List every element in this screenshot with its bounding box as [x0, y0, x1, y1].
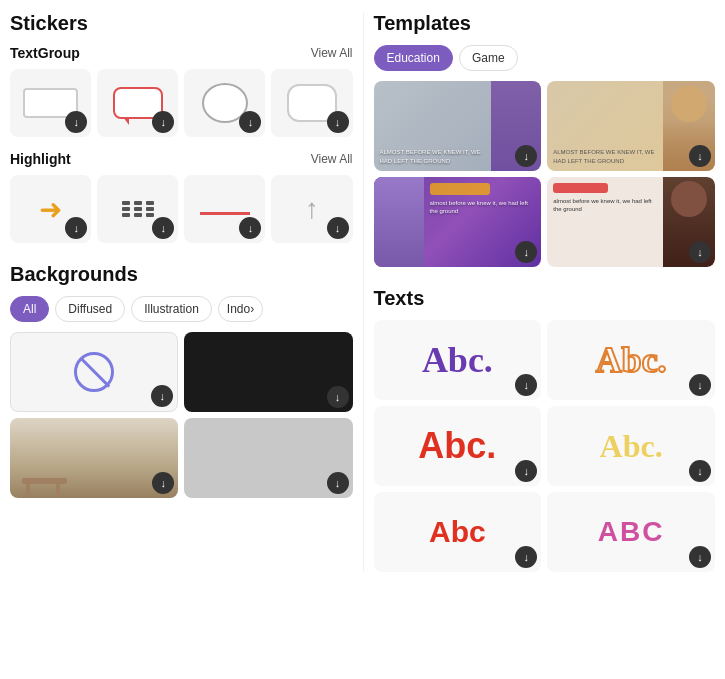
- text-item-orange-outline[interactable]: Abc. ↓: [547, 320, 715, 400]
- text-abc-yellow-outline: Abc.: [600, 428, 663, 465]
- bg-item-blank[interactable]: ↓: [10, 332, 178, 412]
- download-badge[interactable]: ↓: [515, 374, 537, 396]
- highlight-header: Highlight View All: [10, 151, 353, 167]
- download-badge[interactable]: ↓: [151, 385, 173, 407]
- backgrounds-grid: ↓ ↓ ↓ ↓: [10, 332, 353, 498]
- template-item-4[interactable]: almost before we knew it, we had left th…: [547, 177, 715, 267]
- right-column: Templates Education Game ALMOST BEFORE W…: [363, 12, 716, 572]
- textgroup-header: TextGroup View All: [10, 45, 353, 61]
- sticker-dots[interactable]: ↓: [97, 175, 178, 243]
- textgroup-grid: ↓ ↓ ↓ ↓: [10, 69, 353, 137]
- arrow-up-visual: ↑: [305, 193, 319, 225]
- text-item-red-partial[interactable]: Abc ↓: [374, 492, 542, 572]
- download-badge[interactable]: ↓: [239, 111, 261, 133]
- sticker-text-rect[interactable]: ↓: [10, 69, 91, 137]
- left-column: Stickers TextGroup View All ↓ ↓ ↓: [10, 12, 363, 572]
- download-badge[interactable]: ↓: [327, 472, 349, 494]
- template-1-text: ALMOST BEFORE WE KNEW IT, WE HAD LEFT TH…: [380, 148, 486, 165]
- highlight-label: Highlight: [10, 151, 71, 167]
- template-2-text: ALMOST BEFORE WE KNEW IT, WE HAD LEFT TH…: [553, 148, 657, 165]
- main-container: Stickers TextGroup View All ↓ ↓ ↓: [0, 0, 725, 584]
- text-item-red-bold[interactable]: Abc. ↓: [374, 406, 542, 486]
- filter-illustration[interactable]: Illustration: [131, 296, 212, 322]
- sticker-speech-red[interactable]: ↓: [97, 69, 178, 137]
- filter-game[interactable]: Game: [459, 45, 518, 71]
- templates-filters: Education Game: [374, 45, 716, 71]
- download-badge[interactable]: ↓: [65, 111, 87, 133]
- stickers-section: Stickers TextGroup View All ↓ ↓ ↓: [10, 12, 353, 243]
- texts-grid: Abc. ↓ Abc. ↓ Abc. ↓ Abc. ↓ Abc ↓: [374, 320, 716, 572]
- download-badge[interactable]: ↓: [689, 460, 711, 482]
- download-badge[interactable]: ↓: [689, 241, 711, 263]
- texts-title: Texts: [374, 287, 716, 310]
- download-badge[interactable]: ↓: [689, 546, 711, 568]
- text-abc-red: Abc.: [418, 425, 496, 467]
- highlight-grid: ➜ ↓ ↓: [10, 175, 353, 243]
- download-badge[interactable]: ↓: [152, 472, 174, 494]
- sticker-underline[interactable]: ↓: [184, 175, 265, 243]
- sticker-arrow-up[interactable]: ↑ ↓: [271, 175, 352, 243]
- backgrounds-section: Backgrounds All Diffused Illustration In…: [10, 263, 353, 498]
- textgroup-view-all[interactable]: View All: [311, 46, 353, 60]
- texts-section: Texts Abc. ↓ Abc. ↓ Abc. ↓ Abc. ↓: [374, 287, 716, 572]
- room-leg2: [56, 482, 60, 496]
- filter-all[interactable]: All: [10, 296, 49, 322]
- download-badge[interactable]: ↓: [152, 217, 174, 239]
- download-badge[interactable]: ↓: [515, 460, 537, 482]
- sticker-speech-outline[interactable]: ↓: [271, 69, 352, 137]
- download-badge[interactable]: ↓: [327, 217, 349, 239]
- template-item-1[interactable]: ALMOST BEFORE WE KNEW IT, WE HAD LEFT TH…: [374, 81, 542, 171]
- stickers-title: Stickers: [10, 12, 353, 35]
- download-badge[interactable]: ↓: [689, 145, 711, 167]
- highlight-view-all[interactable]: View All: [311, 152, 353, 166]
- template-3-text: almost before we knew it, we had left th…: [430, 199, 536, 216]
- bg-item-room[interactable]: ↓: [10, 418, 178, 498]
- download-badge[interactable]: ↓: [515, 546, 537, 568]
- textgroup-label: TextGroup: [10, 45, 80, 61]
- text-abc-red-partial: Abc: [429, 515, 486, 549]
- sticker-arrow-orange[interactable]: ➜ ↓: [10, 175, 91, 243]
- filter-education[interactable]: Education: [374, 45, 453, 71]
- template-4-text: almost before we knew it, we had left th…: [553, 197, 657, 214]
- arrow-orange-visual: ➜: [39, 193, 62, 226]
- template-item-2[interactable]: ALMOST BEFORE WE KNEW IT, WE HAD LEFT TH…: [547, 81, 715, 171]
- bg-item-gray[interactable]: ↓: [184, 418, 352, 498]
- room-leg: [26, 482, 30, 496]
- text-item-purple[interactable]: Abc. ↓: [374, 320, 542, 400]
- text-abc-orange-outline: Abc.: [596, 339, 667, 381]
- text-abc-purple: Abc.: [422, 339, 493, 381]
- download-badge[interactable]: ↓: [327, 111, 349, 133]
- download-badge[interactable]: ↓: [152, 111, 174, 133]
- templates-grid: ALMOST BEFORE WE KNEW IT, WE HAD LEFT TH…: [374, 81, 716, 267]
- filter-diffused[interactable]: Diffused: [55, 296, 125, 322]
- text-item-pink-caps[interactable]: ABC ↓: [547, 492, 715, 572]
- text-item-yellow-outline[interactable]: Abc. ↓: [547, 406, 715, 486]
- underline-visual: [197, 204, 252, 215]
- text-abc-pink-caps: ABC: [598, 516, 665, 548]
- download-badge[interactable]: ↓: [689, 374, 711, 396]
- filter-indo[interactable]: Indo›: [218, 296, 263, 322]
- download-badge[interactable]: ↓: [239, 217, 261, 239]
- backgrounds-filters: All Diffused Illustration Indo›: [10, 296, 353, 322]
- backgrounds-title: Backgrounds: [10, 263, 353, 286]
- template-item-3[interactable]: almost before we knew it, we had left th…: [374, 177, 542, 267]
- templates-section: Templates Education Game ALMOST BEFORE W…: [374, 12, 716, 267]
- download-badge[interactable]: ↓: [65, 217, 87, 239]
- templates-title: Templates: [374, 12, 716, 35]
- sticker-speech-gray[interactable]: ↓: [184, 69, 265, 137]
- dots-visual: [122, 201, 154, 217]
- download-badge[interactable]: ↓: [327, 386, 349, 408]
- forbidden-icon: [74, 352, 114, 392]
- bg-item-black[interactable]: ↓: [184, 332, 352, 412]
